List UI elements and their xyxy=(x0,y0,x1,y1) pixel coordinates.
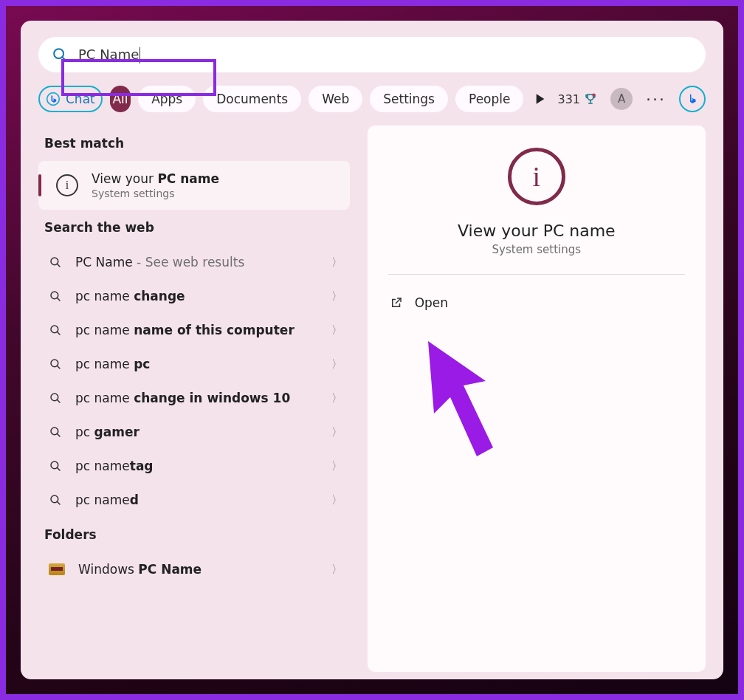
web-result-row[interactable]: pc nametag〉 xyxy=(38,449,350,483)
chip-apps[interactable]: Apps xyxy=(138,86,196,112)
folders-label: Folders xyxy=(44,527,350,542)
web-result-row[interactable]: pc named〉 xyxy=(38,483,350,517)
web-result-row[interactable]: pc name change〉 xyxy=(38,279,350,313)
results-column: Best match i View your PC name System se… xyxy=(38,126,350,672)
search-icon xyxy=(49,459,62,473)
chip-all[interactable]: All xyxy=(110,86,131,112)
search-icon xyxy=(49,357,62,371)
folder-row[interactable]: Windows PC Name〉 xyxy=(38,552,350,586)
svg-line-7 xyxy=(57,298,60,301)
chip-people[interactable]: People xyxy=(455,86,523,112)
web-result-text: pc name change xyxy=(75,289,318,303)
web-result-text: pc named xyxy=(75,493,318,507)
open-action[interactable]: Open xyxy=(388,292,685,313)
chip-chat[interactable]: Chat xyxy=(38,86,103,112)
web-result-text: pc name change in windows 10 xyxy=(75,391,318,405)
search-bar[interactable]: PC Name xyxy=(38,37,706,72)
chevron-right-icon: 〉 xyxy=(331,563,342,577)
web-result-row[interactable]: pc name pc〉 xyxy=(38,347,350,381)
chip-more-arrow[interactable] xyxy=(531,93,550,105)
search-icon xyxy=(49,391,62,405)
chip-chat-label: Chat xyxy=(66,92,95,106)
chevron-right-icon: 〉 xyxy=(331,323,342,337)
web-results-list: PC Name - See web results〉pc name change… xyxy=(38,245,350,517)
triangle-right-icon xyxy=(535,93,545,105)
preview-panel: i View your PC name System settings Open xyxy=(368,126,706,672)
divider xyxy=(388,274,685,275)
bing-icon xyxy=(46,92,61,106)
svg-line-5 xyxy=(57,264,60,267)
rewards-score[interactable]: 331 xyxy=(557,92,597,106)
search-icon xyxy=(49,255,62,269)
chevron-right-icon: 〉 xyxy=(331,255,342,270)
best-match-label: Best match xyxy=(44,136,350,151)
web-result-row[interactable]: PC Name - See web results〉 xyxy=(38,245,350,279)
web-result-text: pc name name of this computer xyxy=(75,323,318,337)
open-action-label: Open xyxy=(415,295,448,310)
search-icon xyxy=(49,323,62,337)
search-icon xyxy=(49,493,62,507)
svg-line-19 xyxy=(57,501,60,504)
chip-settings[interactable]: Settings xyxy=(370,86,448,112)
bing-chat-button[interactable] xyxy=(679,86,706,112)
best-match-title: View your PC name xyxy=(92,171,219,186)
chevron-right-icon: 〉 xyxy=(331,425,342,439)
svg-line-9 xyxy=(57,332,60,334)
svg-line-17 xyxy=(57,467,60,470)
web-result-text: pc gamer xyxy=(75,425,318,439)
web-result-text: pc nametag xyxy=(75,459,318,473)
preview-info-icon: i xyxy=(508,148,565,205)
chevron-right-icon: 〉 xyxy=(331,357,342,371)
trophy-icon xyxy=(584,92,597,106)
svg-line-13 xyxy=(57,399,60,402)
more-menu[interactable]: ··· xyxy=(646,90,666,109)
best-match-subtitle: System settings xyxy=(92,188,219,199)
svg-line-11 xyxy=(57,366,60,368)
svg-line-15 xyxy=(57,433,60,436)
bing-b-icon xyxy=(686,92,699,106)
search-icon xyxy=(49,289,62,303)
web-result-row[interactable]: pc name name of this computer〉 xyxy=(38,313,350,347)
chevron-right-icon: 〉 xyxy=(331,391,342,405)
search-web-label: Search the web xyxy=(44,220,350,235)
chevron-right-icon: 〉 xyxy=(331,459,342,473)
web-result-text: PC Name - See web results xyxy=(75,255,318,270)
open-external-icon xyxy=(390,296,403,309)
preview-title: View your PC name xyxy=(388,222,685,240)
account-avatar[interactable]: A xyxy=(610,88,633,110)
search-icon xyxy=(52,47,68,63)
folders-list: Windows PC Name〉 xyxy=(38,552,350,586)
best-match-result[interactable]: i View your PC name System settings xyxy=(38,161,350,210)
filter-chip-row: Chat All Apps Documents Web Settings Peo… xyxy=(38,86,706,112)
chevron-right-icon: 〉 xyxy=(331,493,342,507)
chip-web[interactable]: Web xyxy=(309,86,362,112)
chip-documents[interactable]: Documents xyxy=(203,86,301,112)
preview-subtitle: System settings xyxy=(388,243,685,256)
chevron-right-icon: 〉 xyxy=(331,289,342,303)
svg-point-3 xyxy=(592,94,596,97)
svg-point-2 xyxy=(47,93,60,106)
search-input[interactable]: PC Name xyxy=(78,47,140,64)
search-window: PC Name Chat All Apps Documents Web Sett… xyxy=(21,21,723,679)
web-result-row[interactable]: pc name change in windows 10〉 xyxy=(38,381,350,415)
folder-name: Windows PC Name xyxy=(78,562,318,577)
search-icon xyxy=(49,425,62,439)
web-result-text: pc name pc xyxy=(75,357,318,371)
folder-icon xyxy=(49,563,65,575)
svg-line-1 xyxy=(62,57,65,60)
web-result-row[interactable]: pc gamer〉 xyxy=(38,415,350,449)
info-icon: i xyxy=(56,174,78,196)
